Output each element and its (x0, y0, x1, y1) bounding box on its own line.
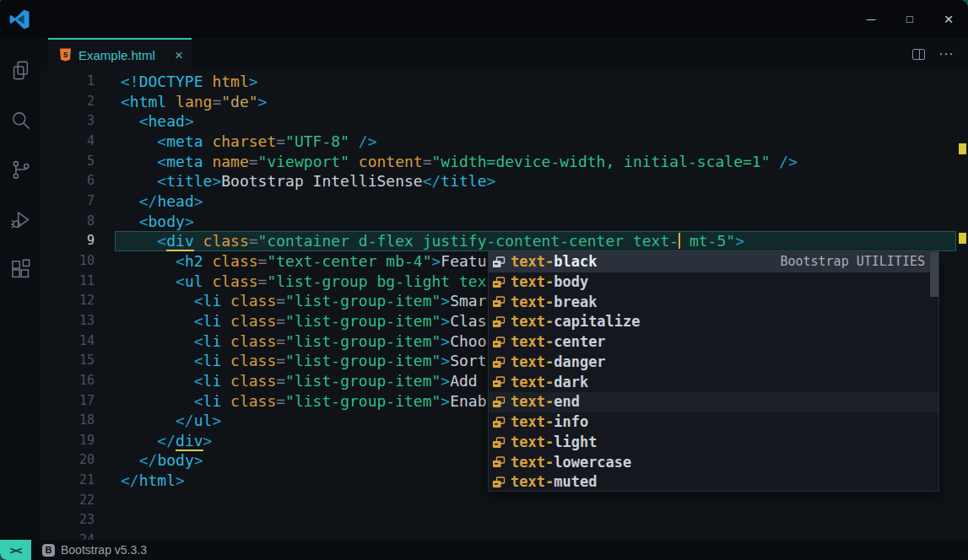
suggest-item-text-break[interactable]: text-break (489, 293, 938, 313)
line-number: 12 (41, 291, 95, 311)
code-line[interactable]: 24 (41, 530, 968, 540)
suggest-item-text-body[interactable]: text-body (489, 272, 938, 293)
suggest-label: text-danger (511, 353, 606, 373)
activity-bar (0, 38, 41, 540)
suggest-item-text-light[interactable]: text-light (489, 433, 938, 453)
suggest-label: text-break (511, 293, 597, 313)
css-class-icon (492, 437, 506, 449)
code-line[interactable]: 2<html lang="de"> (41, 92, 968, 112)
activity-item-search[interactable] (0, 95, 41, 145)
code-line[interactable]: 7 </head> (41, 191, 968, 212)
suggest-label: text-center (511, 332, 606, 353)
line-number: 6 (41, 171, 95, 191)
line-number: 2 (41, 92, 95, 112)
code-line[interactable]: 8 <body> (41, 212, 968, 232)
extensions-icon (9, 258, 32, 281)
suggest-item-text-end[interactable]: text-end (489, 392, 938, 412)
editor-actions: ⋯ (912, 38, 954, 71)
suggest-item-text-lowercase[interactable]: text-lowercase (489, 453, 938, 473)
close-button[interactable]: × (929, 0, 968, 38)
code-editor[interactable]: 1<!DOCTYPE html>2<html lang="de">3 <head… (41, 71, 968, 540)
css-class-icon (492, 477, 506, 488)
line-number: 7 (41, 191, 95, 212)
activity-item-run-debug[interactable] (0, 195, 41, 245)
line-number: 20 (41, 450, 95, 471)
line-number: 21 (41, 471, 95, 491)
suggest-item-text-danger[interactable]: text-danger (489, 353, 938, 373)
code-line[interactable]: 1<!DOCTYPE html> (41, 72, 968, 92)
minimize-button[interactable]: ─ (852, 0, 890, 38)
line-number: 11 (41, 272, 95, 292)
css-class-icon (492, 277, 506, 288)
code-line[interactable]: 4 <meta charset="UTF-8" /> (41, 132, 968, 152)
code-line[interactable]: 23 (41, 510, 968, 530)
code-line[interactable]: 9 <div class="container d-flex justify-c… (41, 231, 968, 251)
line-number: 24 (41, 530, 95, 540)
suggest-label: text-info (511, 412, 588, 433)
code-text: <meta name="viewport" content="width=dev… (95, 153, 798, 170)
source-control-icon (9, 159, 32, 181)
suggest-item-text-center[interactable]: text-center (489, 332, 938, 353)
suggest-label: text-capitalize (511, 312, 641, 332)
suggest-label: text-muted (511, 472, 597, 493)
code-text: <li class="list-group-item">Choo (95, 332, 487, 350)
remote-indicator[interactable]: >< (0, 540, 31, 560)
code-text: </div> (95, 432, 212, 450)
tab-close-icon[interactable]: × (175, 48, 183, 62)
svg-text:5: 5 (63, 51, 68, 59)
run-debug-icon (9, 208, 32, 231)
css-class-icon (492, 456, 506, 468)
line-number: 10 (41, 251, 95, 272)
split-editor-icon[interactable] (912, 49, 925, 60)
code-text: </html> (95, 471, 185, 489)
code-line[interactable]: 22 (41, 491, 968, 511)
code-line[interactable]: 3 <head> (41, 111, 968, 132)
code-line[interactable]: 6 <title>Bootstrap IntelliSense</title> (41, 171, 968, 191)
line-number: 16 (41, 371, 95, 391)
code-text: </ul> (95, 412, 221, 429)
tab-label: Example.html (78, 48, 155, 62)
code-text: <h2 class="text-center mb-4">Featu (95, 252, 487, 270)
suggest-item-text-dark[interactable]: text-dark (489, 373, 938, 393)
line-number: 15 (41, 351, 95, 371)
suggest-item-text-capitalize[interactable]: text-capitalize (489, 312, 938, 332)
code-text: <ul class="list-group bg-light tex (95, 272, 487, 290)
code-text: </head> (95, 192, 203, 210)
line-number: 23 (41, 510, 95, 530)
code-text: <li class="list-group-item">Add (95, 372, 487, 390)
code-text: </body> (95, 451, 203, 469)
suggest-label: text-end (511, 392, 580, 412)
suggest-item-text-info[interactable]: text-info (489, 412, 938, 433)
css-class-icon (492, 337, 506, 348)
line-number: 4 (41, 132, 95, 152)
line-number: 13 (41, 311, 95, 331)
css-class-icon (492, 417, 506, 428)
suggest-label: text-black (511, 252, 597, 272)
code-text: <div class="container d-flex justify-con… (95, 232, 744, 250)
line-number: 5 (41, 152, 95, 172)
css-class-icon (492, 357, 506, 369)
code-text: <li class="list-group-item">Sort (95, 352, 487, 369)
suggest-item-text-muted[interactable]: text-muted (489, 472, 938, 493)
line-number: 19 (41, 431, 95, 451)
suggest-detail: Bootstrap UTILITIES (780, 252, 938, 272)
line-number: 18 (41, 411, 95, 431)
bootstrap-status-item[interactable]: B Bootstrap v5.3.3 (42, 540, 147, 560)
bootstrap-icon: B (42, 544, 55, 557)
code-text (95, 492, 121, 509)
vscode-logo-icon (9, 9, 30, 30)
code-line[interactable]: 5 <meta name="viewport" content="width=d… (41, 152, 968, 172)
code-text: <li class="list-group-item">Smar (95, 292, 487, 310)
activity-item-extensions[interactable] (0, 245, 41, 294)
tab-example-html[interactable]: 5 Example.html × (48, 38, 192, 71)
suggest-item-text-black[interactable]: text-blackBootstrap UTILITIES (489, 252, 938, 272)
suggest-scrollbar[interactable] (930, 252, 938, 297)
code-text: <html lang="de"> (95, 93, 267, 110)
search-icon (9, 109, 32, 132)
more-actions-icon[interactable]: ⋯ (938, 51, 954, 57)
maximize-button[interactable]: □ (890, 0, 929, 38)
activity-item-explorer[interactable] (0, 46, 41, 95)
code-text: <body> (95, 213, 194, 230)
css-class-icon (492, 396, 506, 408)
activity-item-source-control[interactable] (0, 145, 41, 195)
